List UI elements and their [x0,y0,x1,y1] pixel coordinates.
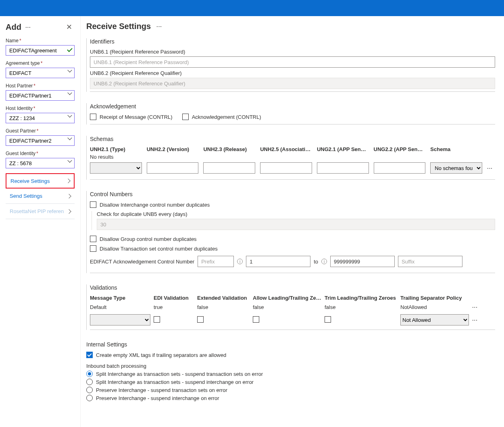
row-more-icon[interactable]: ··· [472,317,484,323]
disallow-transaction-checkbox[interactable]: Disallow Transaction set control number … [90,245,495,252]
acknowledgement-checkbox[interactable]: Acknowledgement (CONTRL) [182,114,261,120]
checkbox-label: Disallow Transaction set control number … [100,246,218,252]
ack-suffix-input[interactable] [398,256,462,267]
ung22-input[interactable] [374,162,426,174]
page-more-icon[interactable]: ··· [156,23,162,29]
unb61-input[interactable] [90,56,495,68]
nav-rosettanet[interactable]: RosettaNet PIP referen [6,204,75,219]
batch-option-1[interactable]: Split Interchange as transaction sets - … [86,371,495,377]
nav-receive-settings[interactable]: Receive Settings [6,173,75,189]
val-col-header: Message Type [90,295,150,301]
val-ext-checkbox[interactable] [197,316,204,323]
close-icon[interactable]: ✕ [64,22,75,32]
name-label: Name [6,38,19,44]
validation-row-default: Default true false false false NotAllowe… [90,304,495,310]
schema-select[interactable]: No schemas found [430,162,482,174]
control-numbers-section: Control Numbers Disallow Interchange con… [86,191,495,273]
schema-col-header: UNH2.3 (Release) [203,146,255,152]
unb62-label: UNB6.2 (Recipient Reference Qualifier) [90,70,495,76]
validation-row-new: Not Allowed ··· [90,314,495,325]
nav-label: Send Settings [10,193,42,199]
top-bar [0,0,504,16]
host-partner-select[interactable] [6,90,75,101]
guest-identity-label: Guest Identity [6,151,35,156]
val-edi: true [154,304,194,310]
acknowledgement-section: Acknowledgement Receipt of Message (CONT… [86,103,495,124]
val-edi-checkbox[interactable] [154,316,160,323]
val-col-header: Trim Leading/Trailing Zeroes [325,295,397,301]
checkbox-icon [90,201,96,208]
schema-col-header: UNH2.2 (Version) [147,146,199,152]
checkbox-icon [90,114,96,120]
row-more-icon[interactable]: ··· [487,165,495,171]
batch-option-4[interactable]: Preserve Interchange - suspend interchan… [86,395,495,401]
checkbox-label: Receipt of Message (CONTRL) [100,114,173,120]
val-policy-select[interactable]: Not Allowed [400,314,469,325]
radio-label: Split Interchange as transaction sets - … [96,371,263,377]
val-allow-checkbox[interactable] [253,316,259,323]
no-results-text: No results [90,154,495,160]
checkbox-icon [90,236,96,242]
batch-option-3[interactable]: Preserve Interchange - suspend transacto… [86,387,495,393]
info-icon[interactable]: i [321,259,327,264]
unh22-input[interactable] [147,162,199,174]
val-col-header: Extended Validation [197,295,250,301]
ack-to-input[interactable] [330,256,395,267]
disallow-group-checkbox[interactable]: Disallow Group control number duplicates [90,236,495,242]
checkbox-icon [86,352,93,358]
guest-partner-select[interactable] [6,135,75,146]
radio-label: Split Interchange as transaction sets - … [96,379,254,385]
section-title: Internal Settings [86,341,495,348]
val-trim-checkbox[interactable] [325,316,331,323]
schema-col-header: UNH2.1 (Type) [90,146,142,152]
ung21-input[interactable] [317,162,369,174]
schema-col-header: UNG2.1 (APP Sender ID) [317,146,369,152]
unh25-input[interactable] [260,162,312,174]
section-title: Identifiers [90,38,495,45]
blade-more-icon[interactable]: ··· [25,24,31,30]
ack-prefix-input[interactable] [198,256,234,267]
section-title: Validations [90,284,495,291]
checkbox-label: Disallow Interchange control number dupl… [100,202,210,208]
unb62-input [90,78,495,89]
unb61-label: UNB6.1 (Recipient Reference Password) [90,49,495,55]
checkbox-icon [90,245,96,252]
section-title: Acknowledgement [90,103,495,110]
val-col-header: Trailing Separator Policy [400,295,469,301]
blade-title: Add [6,23,21,32]
required-asterisk: * [19,38,21,44]
nav-send-settings[interactable]: Send Settings [6,189,75,204]
unh21-select[interactable] [90,162,142,174]
receipt-of-message-checkbox[interactable]: Receipt of Message (CONTRL) [90,114,173,120]
internal-settings-section: Internal Settings Create empty XML tags … [86,341,495,401]
radio-label: Preserve Interchange - suspend interchan… [96,395,219,401]
val-allow: false [253,304,321,310]
radio-icon [86,379,93,385]
host-identity-select[interactable] [6,113,75,123]
info-icon[interactable]: i [237,259,243,264]
checkbox-label: Create empty XML tags if trailing separa… [96,352,226,358]
name-input[interactable] [6,45,75,56]
unh23-input[interactable] [203,162,255,174]
val-policy: NotAllowed [400,304,469,310]
disallow-interchange-checkbox[interactable]: Disallow Interchange control number dupl… [90,201,495,208]
ack-from-input[interactable] [246,256,310,267]
schema-col-header: UNH2.5 (Association … [260,146,312,152]
nav-label: Receive Settings [10,178,50,184]
val-msg-type: Default [90,304,150,310]
row-more-icon[interactable]: ··· [472,304,484,310]
schema-col-header: UNG2.2 (APP Sender… [374,146,426,152]
val-ext: false [197,304,250,310]
guest-identity-select[interactable] [6,158,75,168]
chevron-right-icon [67,194,71,198]
chevron-right-icon [66,178,70,183]
val-msg-select[interactable] [90,314,150,325]
batch-option-2[interactable]: Split Interchange as transaction sets - … [86,379,495,385]
agreement-type-select[interactable] [6,68,75,78]
host-identity-label: Host Identity [6,106,33,111]
chevron-right-icon [67,209,71,214]
empty-xml-checkbox[interactable]: Create empty XML tags if trailing separa… [86,352,495,358]
checkbox-label: Disallow Group control number duplicates [100,236,197,242]
radio-label: Preserve Interchange - suspend transacto… [96,387,227,393]
nav-label: RosettaNet PIP referen [10,208,64,214]
